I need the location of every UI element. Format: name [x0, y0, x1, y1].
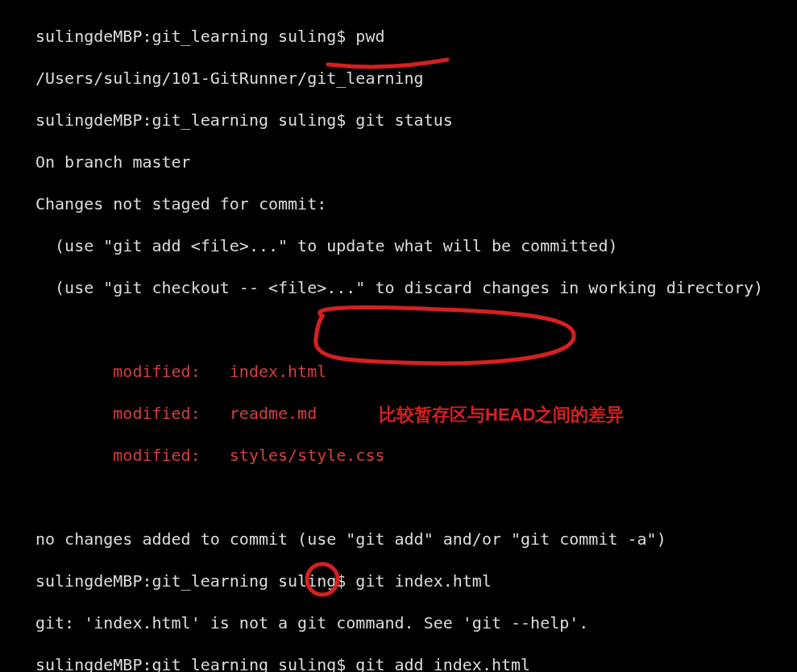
underline-annotation-icon: [328, 60, 447, 67]
line-git-status: sulingdeMBP:git_learning suling$ git sta…: [0, 110, 797, 131]
prompt: sulingdeMBP:git_learning suling$: [35, 571, 355, 591]
prompt: sulingdeMBP:git_learning suling$: [35, 655, 355, 672]
status-hint-add: (use "git add <file>..." to update what …: [0, 235, 797, 256]
status-no-changes: no changes added to commit (use "git add…: [0, 529, 797, 550]
blank: [0, 319, 797, 340]
modified-styles: modified: styles/style.css: [0, 445, 797, 466]
line-git-add: sulingdeMBP:git_learning suling$ git add…: [0, 654, 797, 672]
blank: [0, 487, 797, 508]
output-pwd: /Users/suling/101-GitRunner/git_learning: [0, 68, 797, 89]
command-pwd: pwd: [355, 27, 384, 46]
command-git-add: git add index.html: [355, 655, 530, 672]
prompt: sulingdeMBP:git_learning suling$: [35, 110, 355, 130]
terminal[interactable]: sulingdeMBP:git_learning suling$ pwd /Us…: [0, 0, 797, 672]
status-branch: On branch master: [0, 151, 797, 172]
line-pwd: sulingdeMBP:git_learning suling$ pwd: [0, 26, 797, 47]
status-hint-checkout: (use "git checkout -- <file>..." to disc…: [0, 277, 797, 298]
line-git-index: sulingdeMBP:git_learning suling$ git ind…: [0, 570, 797, 591]
annotation-text: 比较暂存区与HEAD之间的差异: [379, 404, 624, 425]
command-git-status: git status: [355, 110, 452, 130]
status-header: Changes not staged for commit:: [0, 193, 797, 214]
command-git-index: git index.html: [355, 571, 492, 591]
modified-index: modified: index.html: [0, 361, 797, 382]
error-git-index: git: 'index.html' is not a git command. …: [0, 612, 797, 633]
prompt: sulingdeMBP:git_learning suling$: [35, 27, 355, 46]
